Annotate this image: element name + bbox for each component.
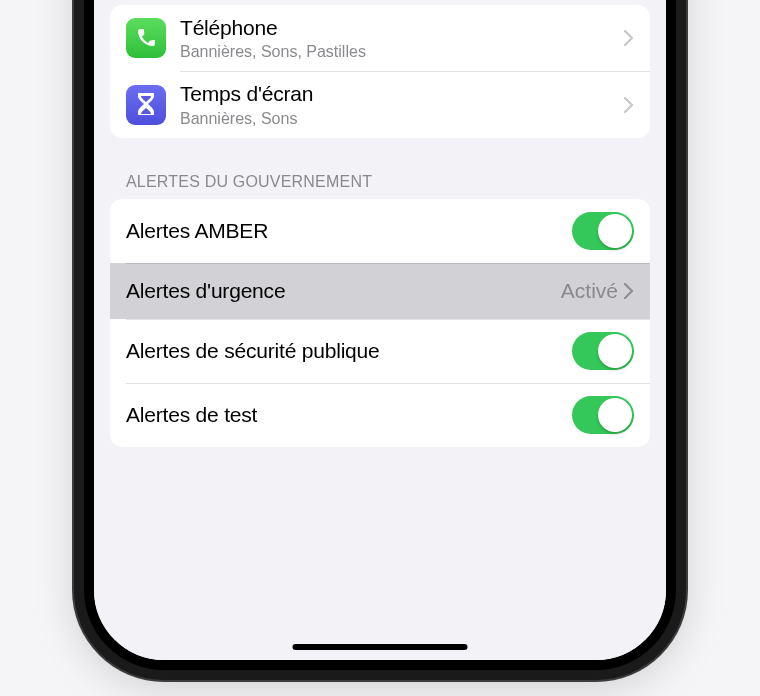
phone-bezel: Téléphone Bannières, Sons, Pastilles	[84, 0, 676, 670]
toggle-amber-alerts[interactable]	[572, 212, 634, 250]
row-amber-alerts[interactable]: Alertes AMBER	[110, 199, 650, 263]
app-title: Téléphone	[180, 15, 624, 41]
row-label: Alertes AMBER	[126, 218, 572, 244]
row-label: Alertes de sécurité publique	[126, 338, 572, 364]
row-label-wrap: Alertes de sécurité publique	[126, 338, 572, 364]
home-indicator[interactable]	[293, 644, 468, 650]
phone-screen: Téléphone Bannières, Sons, Pastilles	[94, 0, 666, 660]
row-public-safety-alerts[interactable]: Alertes de sécurité publique	[110, 319, 650, 383]
chevron-right-icon	[624, 97, 634, 113]
app-title: Temps d'écran	[180, 81, 624, 107]
row-detail-value: Activé	[561, 279, 618, 303]
section-header-government: ALERTES DU GOUVERNEMENT	[94, 173, 666, 199]
app-row-telephone[interactable]: Téléphone Bannières, Sons, Pastilles	[110, 5, 650, 71]
phone-frame: Téléphone Bannières, Sons, Pastilles	[74, 0, 686, 680]
row-test-alerts[interactable]: Alertes de test	[110, 383, 650, 447]
app-row-main: Temps d'écran Bannières, Sons	[180, 81, 624, 127]
row-label-wrap: Alertes AMBER	[126, 218, 572, 244]
chevron-right-icon	[624, 283, 634, 299]
app-subtitle: Bannières, Sons	[180, 109, 624, 128]
phone-icon	[134, 26, 158, 50]
chevron-right-icon	[624, 30, 634, 46]
app-notifications-group: Téléphone Bannières, Sons, Pastilles	[110, 5, 650, 138]
row-label-wrap: Alertes d'urgence	[126, 278, 561, 304]
backdrop: Téléphone Bannières, Sons, Pastilles	[0, 0, 760, 696]
app-subtitle: Bannières, Sons, Pastilles	[180, 42, 624, 61]
row-emergency-alerts[interactable]: Alertes d'urgence Activé	[110, 263, 650, 319]
phone-app-icon	[126, 18, 166, 58]
row-label: Alertes de test	[126, 402, 572, 428]
government-alerts-group: Alertes AMBER Alertes d'urgence Activé	[110, 199, 650, 447]
app-row-main: Téléphone Bannières, Sons, Pastilles	[180, 15, 624, 61]
toggle-public-safety-alerts[interactable]	[572, 332, 634, 370]
row-label-wrap: Alertes de test	[126, 402, 572, 428]
row-label: Alertes d'urgence	[126, 278, 561, 304]
screentime-app-icon	[126, 85, 166, 125]
app-row-screentime[interactable]: Temps d'écran Bannières, Sons	[110, 71, 650, 137]
hourglass-icon	[135, 92, 157, 118]
toggle-test-alerts[interactable]	[572, 396, 634, 434]
settings-content: Téléphone Bannières, Sons, Pastilles	[94, 5, 666, 482]
